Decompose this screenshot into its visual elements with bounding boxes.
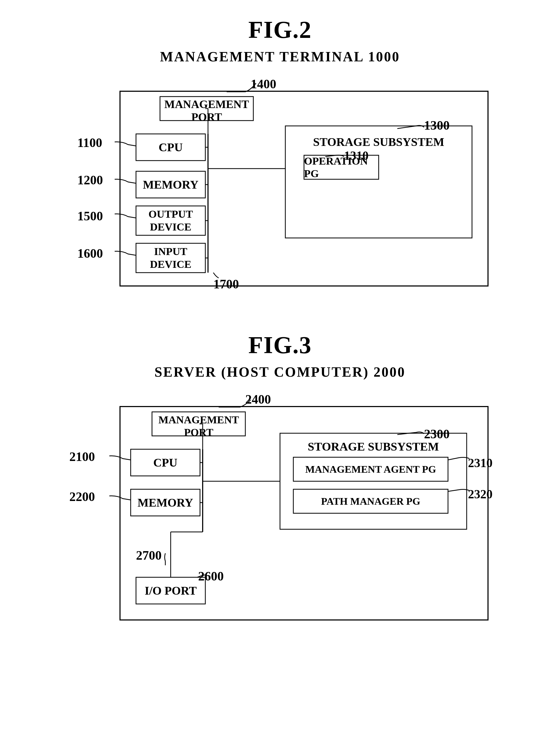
fig3-diagram: MANAGEMENT PORT CPU MEMORY STORAGE SUBSY… [53, 391, 507, 631]
fig2-diagram: MANAGEMENT PORT CPU MEMORY OUTPUTDEVICE … [53, 75, 507, 294]
fig3-ref-2700: 2700 [136, 548, 162, 563]
ref-1300: 1300 [424, 118, 450, 133]
fig3-management-port-label: MANAGEMENT PORT [152, 414, 245, 438]
fig2-section: FIG.2 MANAGEMENT TERMINAL 1000 [21, 16, 539, 294]
ref-1310: 1310 [344, 149, 369, 163]
page: FIG.2 MANAGEMENT TERMINAL 1000 [0, 0, 560, 732]
fig3-io-port-label: I/O PORT [136, 577, 205, 604]
fig3-memory-label: MEMORY [131, 489, 200, 516]
ref-1100: 1100 [77, 135, 102, 150]
memory-label: MEMORY [136, 171, 205, 198]
cpu-label: CPU [136, 134, 205, 161]
fig3-ref-2400: 2400 [245, 392, 271, 407]
input-device-label: INPUTDEVICE [136, 243, 205, 273]
management-port-label: MANAGEMENT PORT [160, 99, 253, 123]
storage-subsystem-label: STORAGE SUBSYSTEM [285, 131, 472, 153]
fig2-subtitle: MANAGEMENT TERMINAL 1000 [160, 49, 400, 65]
fig3-title: FIG.3 [248, 331, 312, 359]
fig3-ref-2310: 2310 [468, 456, 493, 470]
fig3-cpu-label: CPU [131, 449, 200, 476]
ref-1500: 1500 [77, 209, 103, 223]
fig2-title: FIG.2 [248, 16, 312, 43]
fig3-ref-2320: 2320 [468, 487, 493, 501]
output-device-label: OUTPUTDEVICE [136, 206, 205, 235]
ref-1200: 1200 [77, 173, 103, 187]
ref-1600: 1600 [77, 246, 103, 261]
ref-1400: 1400 [251, 77, 276, 91]
fig3-section: FIG.3 SERVER (HOST COMPUTER) 2000 [21, 331, 539, 631]
fig2-diagram-container: MANAGEMENT PORT CPU MEMORY OUTPUTDEVICE … [53, 75, 507, 294]
ref-1700: 1700 [213, 277, 239, 291]
fig3-ref-2100: 2100 [69, 449, 95, 464]
fig3-subtitle: SERVER (HOST COMPUTER) 2000 [154, 364, 406, 380]
fig3-ref-2300: 2300 [424, 427, 450, 441]
fig3-ref-2200: 2200 [69, 489, 95, 504]
fig3-management-agent-pg-label: MANAGEMENT AGENT PG [293, 457, 448, 481]
fig3-path-manager-pg-label: PATH MANAGER PG [293, 489, 448, 513]
fig3-ref-2600: 2600 [198, 569, 224, 583]
fig3-diagram-container: MANAGEMENT PORT CPU MEMORY STORAGE SUBSY… [53, 391, 507, 631]
